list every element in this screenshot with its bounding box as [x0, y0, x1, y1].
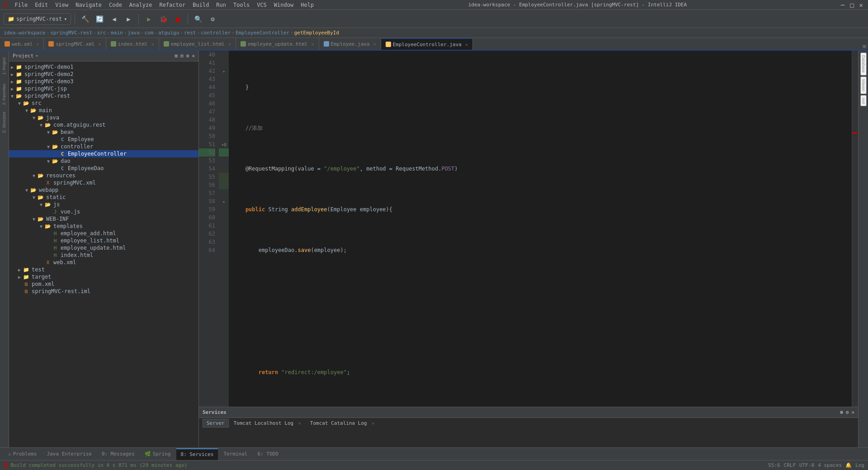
tab-list-button[interactable]: ≡	[863, 43, 866, 50]
breadcrumb-main[interactable]: main	[111, 30, 123, 36]
bottom-tab-problems[interactable]: ⚠ Problems	[4, 448, 42, 460]
tab-close-employee-update[interactable]: ✕	[311, 42, 314, 47]
tab-employeecontroller-java[interactable]: EmployeeController.java ✕	[381, 38, 473, 50]
tree-item-springmvc-xml-res[interactable]: X springMVC.xml	[9, 179, 198, 186]
menu-file[interactable]: File	[13, 2, 29, 8]
tab-close-employee-java[interactable]: ✕	[373, 42, 376, 47]
services-settings-icon[interactable]: ⚙	[846, 409, 849, 415]
menu-refactor[interactable]: Refactor	[157, 2, 187, 8]
tree-item-springmvc-rest[interactable]: ▼ 📂 springMVC-rest	[9, 92, 198, 100]
tab-index-html[interactable]: index.html ✕	[106, 38, 159, 50]
tab-close-springmvc-xml[interactable]: ✕	[98, 42, 101, 47]
tree-item-springmvc-rest-iml[interactable]: 🗎 springMVC-rest.iml	[9, 288, 198, 295]
sidebar-close-icon[interactable]: ✕	[192, 53, 195, 59]
log-label[interactable]: Log	[855, 462, 864, 468]
breadcrumb-idea-workspace[interactable]: idea-workspace	[4, 30, 46, 36]
tree-item-src[interactable]: ▼ 📂 src	[9, 100, 198, 107]
code-scroll-area[interactable]: 40 41 42 43 44 45 46 47 48 49 50 51	[199, 51, 858, 407]
build-button[interactable]: 🔨	[79, 13, 91, 25]
tab-employee-list-html[interactable]: employee_list.html ✕	[159, 38, 236, 50]
vtab-maven[interactable]: Maven	[860, 76, 867, 94]
tab-employee-java[interactable]: Employee.java ✕	[319, 38, 381, 50]
vtab-ant[interactable]: Ant	[860, 95, 867, 107]
breadcrumb-atguigu[interactable]: atguigu	[158, 30, 179, 36]
settings-button[interactable]: ⚙	[206, 13, 219, 25]
tree-item-web-inf[interactable]: ▼ 📂 WEB-INF	[9, 215, 198, 223]
code-text-area[interactable]: } //添加 @RequestMapping(value = "/employe…	[229, 51, 852, 407]
services-expand-icon[interactable]: ⊕	[840, 409, 843, 415]
right-scroll-gutter[interactable]	[852, 51, 858, 407]
tab-close-employeecontroller[interactable]: ✕	[465, 42, 468, 47]
menu-run[interactable]: Run	[214, 2, 228, 8]
tree-item-templates[interactable]: ▼ 📂 templates	[9, 223, 198, 230]
maximize-button[interactable]: □	[849, 1, 855, 9]
bottom-tab-todo[interactable]: 6: TODO	[253, 448, 283, 460]
search-everywhere-button[interactable]: 🔍	[192, 13, 204, 25]
tree-item-test[interactable]: ▶ 📁 test	[9, 266, 198, 273]
stop-button[interactable]: ■	[171, 13, 184, 25]
menu-analyze[interactable]: Analyze	[127, 2, 154, 8]
menu-tools[interactable]: Tools	[231, 2, 251, 8]
bottom-tab-terminal[interactable]: Terminal	[219, 448, 252, 460]
tree-item-employee-add-html[interactable]: H employee_add.html	[9, 230, 198, 237]
menu-navigate[interactable]: Navigate	[74, 2, 104, 8]
debug-button[interactable]: 🐞	[157, 13, 170, 25]
tab-employee-update-html[interactable]: employee_update.html ✕	[236, 38, 319, 50]
bottom-tab-services[interactable]: 8: Services	[176, 448, 218, 460]
project-selector[interactable]: 📁 springMVC-rest ▾	[4, 13, 71, 25]
tab-web-xml[interactable]: web.xml ✕	[0, 38, 44, 50]
breadcrumb-rest[interactable]: rest	[184, 30, 196, 36]
sidebar-settings-icon[interactable]: ⚙	[186, 53, 189, 59]
menu-vcs[interactable]: VCS	[255, 2, 269, 8]
tree-item-employeedao[interactable]: C EmployeeDao	[9, 165, 198, 172]
svc-tab-server[interactable]: Server	[203, 419, 229, 427]
tree-item-bean[interactable]: ▼ 📂 bean	[9, 128, 198, 136]
breadcrumb-controller[interactable]: controller	[201, 30, 231, 36]
menu-code[interactable]: Code	[107, 2, 124, 8]
sidebar-expand-icon[interactable]: ⊞	[175, 53, 178, 59]
bottom-tab-spring[interactable]: 🌿 Spring	[140, 448, 175, 460]
vtab-database[interactable]: Database	[860, 52, 867, 76]
tab-springmvc-xml[interactable]: springMVC.xml ✕	[44, 38, 106, 50]
tree-item-springmvc-demo3[interactable]: ▶ 📁 springMVC-demo3	[9, 78, 198, 85]
tree-item-index-html[interactable]: H index.html	[9, 252, 198, 259]
bottom-tab-messages[interactable]: 0: Messages	[97, 448, 139, 460]
breadcrumb-java[interactable]: java	[127, 30, 140, 36]
tree-item-employee-list-html[interactable]: H employee_list.html	[9, 237, 198, 244]
tree-item-vue-js[interactable]: J vue.js	[9, 208, 198, 215]
tree-item-static[interactable]: ▼ 📂 static	[9, 194, 198, 201]
bottom-tab-java-enterprise[interactable]: Java Enterprise	[42, 448, 96, 460]
tree-item-resources[interactable]: ▼ 📂 resources	[9, 172, 198, 179]
svc-tab-close-tomcat-localhost[interactable]: ✕	[298, 421, 301, 426]
tree-item-webapp[interactable]: ▼ 📂 webapp	[9, 186, 198, 194]
code-editor[interactable]: 40 41 42 43 44 45 46 47 48 49 50 51	[199, 51, 858, 407]
minimize-button[interactable]: ─	[840, 1, 846, 9]
breadcrumb-src[interactable]: src	[97, 30, 106, 36]
svc-tab-close-tomcat-catalina[interactable]: ✕	[372, 421, 374, 426]
back-button[interactable]: ◀	[108, 13, 120, 25]
tab-close-web-xml[interactable]: ✕	[36, 42, 39, 47]
menu-view[interactable]: View	[53, 2, 70, 8]
tree-item-employee-update-html[interactable]: H employee_update.html	[9, 244, 198, 252]
close-button[interactable]: ✕	[858, 1, 864, 9]
tree-item-springmvc-demo2[interactable]: ▶ 📁 springMVC-demo2	[9, 71, 198, 78]
sync-button[interactable]: 🔄	[93, 13, 106, 25]
tree-item-employeecontroller[interactable]: C EmployeeController	[9, 150, 198, 157]
tree-item-target[interactable]: ▶ 📁 target	[9, 273, 198, 280]
tree-item-employee-class[interactable]: C Employee	[9, 136, 198, 143]
svc-tab-tomcat-localhost[interactable]: Tomcat Localhost Log ✕	[230, 419, 305, 427]
menu-help[interactable]: Help	[299, 2, 316, 8]
tree-item-com-atguigu-rest[interactable]: ▼ 📂 com.atguigu.rest	[9, 121, 198, 128]
sidebar-collapse-icon[interactable]: ⊟	[180, 53, 184, 59]
svc-tab-tomcat-catalina[interactable]: Tomcat Catalina Log ✕	[306, 419, 378, 427]
tab-close-employee-list[interactable]: ✕	[228, 42, 231, 47]
tree-item-springmvc-demo1[interactable]: ▶ 📁 springMVC-demo1	[9, 63, 198, 71]
menu-build[interactable]: Build	[191, 2, 211, 8]
forward-button[interactable]: ▶	[122, 13, 135, 25]
tree-item-main[interactable]: ▼ 📂 main	[9, 107, 198, 114]
tree-item-web-xml[interactable]: X web.xml	[9, 259, 198, 266]
breadcrumb-employeecontroller[interactable]: EmployeeController	[236, 30, 289, 36]
notification-icon[interactable]: 🔔	[845, 462, 852, 468]
vtab-project[interactable]: 1: Project	[0, 52, 8, 80]
vtab-favorites[interactable]: 2: Favorites	[0, 81, 8, 108]
